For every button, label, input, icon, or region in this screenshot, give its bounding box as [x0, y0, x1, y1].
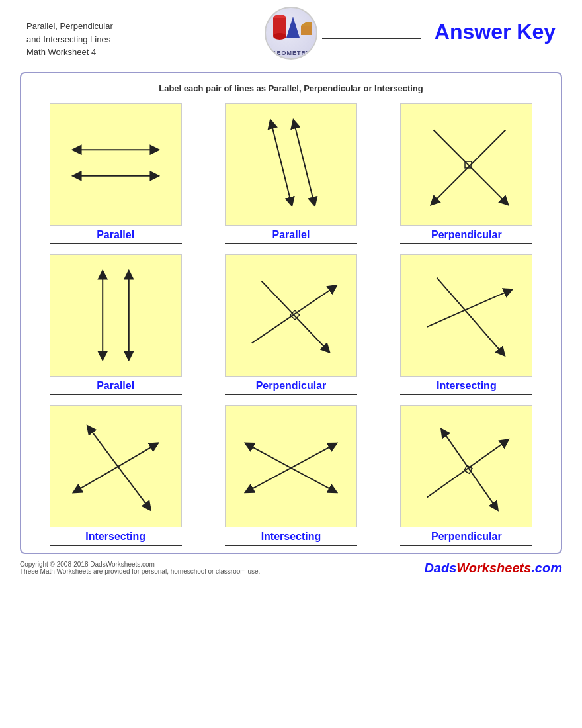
header: Parallel, Perpendicular and Intersecting…: [0, 0, 582, 66]
name-area: Name: Answer Key: [283, 20, 556, 44]
cell-8: Intersecting: [210, 405, 372, 546]
diagram-box-1: [50, 103, 182, 226]
diagram-box-3: [400, 103, 532, 226]
logo: GEOMETRY: [265, 7, 317, 60]
cell-7: Intersecting: [34, 405, 196, 546]
label-6: Intersecting: [400, 380, 532, 395]
label-1: Parallel: [50, 229, 182, 244]
svg-marker-3: [286, 17, 300, 38]
footer-brand: DadsWorksheets.com: [424, 561, 562, 576]
svg-line-10: [294, 123, 314, 202]
svg-rect-4: [301, 26, 312, 35]
worksheet: Label each pair of lines as Parallel, Pe…: [20, 72, 562, 554]
label-9: Perpendicular: [400, 531, 532, 546]
label-3: Perpendicular: [400, 229, 532, 244]
footer: Copyright © 2008-2018 DadsWorksheets.com…: [20, 561, 562, 576]
svg-line-20: [427, 291, 509, 326]
diagram-box-8: [225, 405, 357, 527]
label-4: Parallel: [50, 380, 182, 395]
page: Parallel, Perpendicular and Intersecting…: [0, 0, 582, 728]
cell-4: Parallel: [34, 254, 196, 395]
diagram-box-5: [225, 254, 357, 377]
label-8: Intersecting: [225, 531, 357, 546]
svg-line-17: [252, 287, 334, 343]
svg-line-9: [271, 123, 291, 202]
svg-line-16: [261, 281, 327, 349]
svg-point-2: [273, 33, 286, 40]
diagram-box-7: [50, 405, 182, 527]
cell-3: Perpendicular: [386, 103, 548, 244]
cell-1: Parallel: [34, 103, 196, 244]
name-line[interactable]: [322, 26, 421, 39]
footer-left: Copyright © 2008-2018 DadsWorksheets.com…: [20, 561, 260, 575]
instructions: Label each pair of lines as Parallel, Pe…: [34, 83, 548, 93]
svg-line-26: [427, 441, 506, 497]
diagram-grid: Parallel: [34, 103, 548, 546]
label-7: Intersecting: [50, 531, 182, 546]
answer-key-label: Answer Key: [435, 20, 556, 44]
cell-6: Intersecting: [386, 254, 548, 395]
svg-line-25: [444, 432, 496, 507]
cell-2: Parallel: [210, 103, 372, 244]
svg-line-21: [89, 428, 148, 507]
diagram-box-6: [400, 254, 532, 377]
svg-line-22: [76, 445, 155, 490]
diagram-box-2: [225, 103, 357, 226]
label-2: Parallel: [225, 229, 357, 244]
svg-marker-6: [301, 22, 312, 26]
diagram-box-4: [50, 254, 182, 377]
svg-line-19: [437, 277, 503, 353]
cell-5: Perpendicular: [210, 254, 372, 395]
cell-9: Perpendicular: [386, 405, 548, 546]
worksheet-title: Parallel, Perpendicular and Intersecting…: [26, 20, 113, 59]
label-5: Perpendicular: [225, 380, 357, 395]
diagram-box-9: [400, 405, 532, 527]
